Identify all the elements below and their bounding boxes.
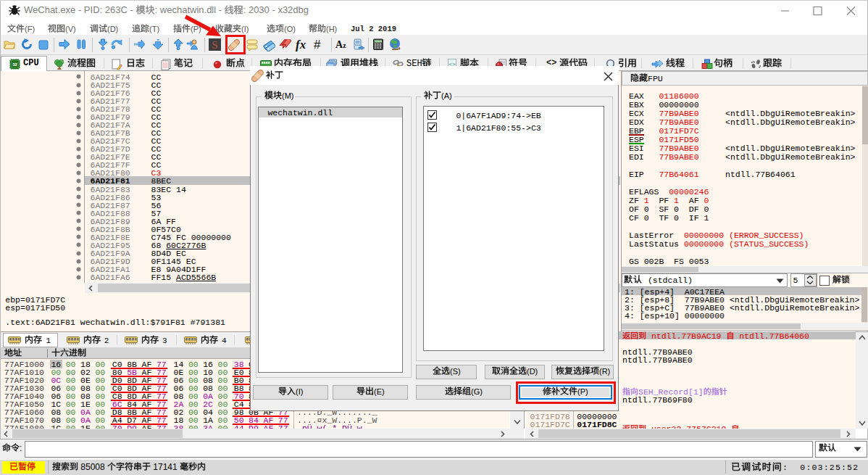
svg-text:(M): (M) xyxy=(282,91,294,99)
svg-text:: 2030 - x32dbg: : 2030 - x32dbg xyxy=(243,4,309,15)
svg-text:(R): (R) xyxy=(599,366,610,375)
svg-text:(G): (G) xyxy=(471,387,483,396)
svg-text:(D): (D) xyxy=(107,25,118,33)
svg-text:(E): (E) xyxy=(374,387,385,396)
svg-text:ntdll.77B64060: ntdll.77B64060 xyxy=(734,331,809,340)
svg-text:ntdll.77B9AC19: ntdll.77B9AC19 xyxy=(646,331,726,340)
svg-text:(stdcall): (stdcall) xyxy=(643,276,693,285)
svg-text:32: 32 xyxy=(12,62,17,67)
svg-text:(O): (O) xyxy=(284,25,296,33)
svg-text:(T): (T) xyxy=(149,25,159,33)
svg-text:17141: 17141 xyxy=(151,462,180,472)
svg-text:(D): (D) xyxy=(527,366,538,375)
svg-text:: 0:03:25:52: : 0:03:25:52 xyxy=(783,463,859,472)
svg-text:85008: 85008 xyxy=(78,462,107,472)
svg-text:(F): (F) xyxy=(25,25,35,33)
svg-text:(H): (H) xyxy=(326,25,337,33)
svg-text:WeChat.exe - PID: 263C -: WeChat.exe - PID: 263C - xyxy=(24,4,135,15)
svg-text:(V): (V) xyxy=(65,25,76,33)
svg-text:S: S xyxy=(212,39,217,51)
svg-text::: : xyxy=(20,442,22,453)
svg-text:FPU: FPU xyxy=(648,73,663,83)
svg-text:(I): (I) xyxy=(241,25,249,33)
svg-text:(A): (A) xyxy=(441,91,452,99)
svg-text:(I): (I) xyxy=(296,387,303,396)
svg-text:(S): (S) xyxy=(450,366,461,375)
